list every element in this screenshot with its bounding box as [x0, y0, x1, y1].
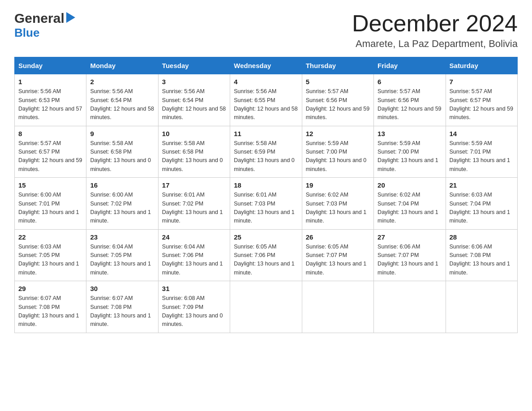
column-header-monday: Monday — [86, 57, 158, 74]
column-header-sunday: Sunday — [15, 57, 86, 74]
day-info: Sunrise: 6:06 AM Sunset: 7:08 PM Dayligh… — [450, 243, 514, 278]
day-number: 16 — [90, 181, 154, 189]
logo-blue-text: Blue — [14, 26, 75, 40]
calendar-day-cell: 26 Sunrise: 6:05 AM Sunset: 7:07 PM Dayl… — [302, 229, 373, 281]
calendar-day-cell: 21 Sunrise: 6:03 AM Sunset: 7:04 PM Dayl… — [446, 178, 517, 230]
day-number: 20 — [378, 181, 442, 189]
day-number: 8 — [18, 130, 82, 137]
calendar-day-cell: 22 Sunrise: 6:03 AM Sunset: 7:05 PM Dayl… — [15, 229, 86, 281]
day-number: 6 — [378, 78, 442, 86]
page-subtitle: Amarete, La Paz Department, Bolivia — [352, 38, 518, 50]
day-number: 19 — [306, 181, 370, 189]
day-number: 30 — [90, 285, 154, 292]
page-header: General Blue December 2024 Amarete, La P… — [14, 11, 518, 50]
calendar-day-cell — [302, 281, 373, 333]
day-number: 3 — [162, 78, 226, 86]
day-info: Sunrise: 5:56 AM Sunset: 6:55 PM Dayligh… — [234, 87, 298, 122]
day-info: Sunrise: 6:03 AM Sunset: 7:05 PM Dayligh… — [18, 243, 82, 278]
day-info: Sunrise: 5:57 AM Sunset: 6:56 PM Dayligh… — [378, 87, 442, 122]
calendar-header-row: SundayMondayTuesdayWednesdayThursdayFrid… — [15, 57, 518, 74]
day-number: 10 — [162, 130, 226, 137]
day-number: 24 — [162, 233, 226, 241]
calendar-day-cell: 7 Sunrise: 5:57 AM Sunset: 6:57 PM Dayli… — [446, 74, 517, 126]
svg-marker-0 — [66, 12, 75, 23]
calendar-day-cell: 27 Sunrise: 6:06 AM Sunset: 7:07 PM Dayl… — [374, 229, 446, 281]
day-info: Sunrise: 6:00 AM Sunset: 7:02 PM Dayligh… — [90, 191, 154, 226]
day-number: 9 — [90, 130, 154, 137]
day-number: 21 — [450, 181, 514, 189]
calendar-day-cell: 5 Sunrise: 5:57 AM Sunset: 6:56 PM Dayli… — [302, 74, 373, 126]
calendar-day-cell: 4 Sunrise: 5:56 AM Sunset: 6:55 PM Dayli… — [230, 74, 302, 126]
day-info: Sunrise: 5:57 AM Sunset: 6:57 PM Dayligh… — [18, 139, 82, 174]
day-info: Sunrise: 6:07 AM Sunset: 7:08 PM Dayligh… — [18, 294, 82, 329]
day-info: Sunrise: 6:02 AM Sunset: 7:03 PM Dayligh… — [306, 191, 370, 226]
column-header-tuesday: Tuesday — [158, 57, 230, 74]
day-info: Sunrise: 6:05 AM Sunset: 7:07 PM Dayligh… — [306, 243, 370, 278]
day-info: Sunrise: 6:04 AM Sunset: 7:06 PM Dayligh… — [162, 243, 226, 278]
logo-arrow-icon — [66, 11, 75, 26]
day-info: Sunrise: 5:58 AM Sunset: 6:58 PM Dayligh… — [90, 139, 154, 174]
day-info: Sunrise: 5:56 AM Sunset: 6:53 PM Dayligh… — [18, 87, 82, 122]
calendar-week-row: 15 Sunrise: 6:00 AM Sunset: 7:01 PM Dayl… — [15, 178, 518, 230]
day-number: 12 — [306, 130, 370, 137]
calendar-day-cell: 24 Sunrise: 6:04 AM Sunset: 7:06 PM Dayl… — [158, 229, 230, 281]
day-number: 17 — [162, 181, 226, 189]
day-info: Sunrise: 5:59 AM Sunset: 7:01 PM Dayligh… — [450, 139, 514, 174]
calendar-day-cell: 29 Sunrise: 6:07 AM Sunset: 7:08 PM Dayl… — [15, 281, 86, 333]
day-info: Sunrise: 6:01 AM Sunset: 7:03 PM Dayligh… — [234, 191, 298, 226]
day-number: 26 — [306, 233, 370, 241]
calendar-day-cell: 10 Sunrise: 5:58 AM Sunset: 6:58 PM Dayl… — [158, 126, 230, 178]
day-info: Sunrise: 5:58 AM Sunset: 6:59 PM Dayligh… — [234, 139, 298, 174]
title-block: December 2024 Amarete, La Paz Department… — [352, 11, 518, 50]
day-number: 14 — [450, 130, 514, 137]
day-number: 4 — [234, 78, 298, 86]
column-header-saturday: Saturday — [446, 57, 517, 74]
calendar-day-cell: 2 Sunrise: 5:56 AM Sunset: 6:54 PM Dayli… — [86, 74, 158, 126]
calendar-week-row: 8 Sunrise: 5:57 AM Sunset: 6:57 PM Dayli… — [15, 126, 518, 178]
calendar-day-cell: 1 Sunrise: 5:56 AM Sunset: 6:53 PM Dayli… — [15, 74, 86, 126]
day-info: Sunrise: 6:03 AM Sunset: 7:04 PM Dayligh… — [450, 191, 514, 226]
logo-line1: General — [14, 11, 75, 26]
day-number: 22 — [18, 233, 82, 241]
calendar-day-cell: 18 Sunrise: 6:01 AM Sunset: 7:03 PM Dayl… — [230, 178, 302, 230]
column-header-thursday: Thursday — [302, 57, 373, 74]
day-info: Sunrise: 6:01 AM Sunset: 7:02 PM Dayligh… — [162, 191, 226, 226]
calendar-day-cell: 28 Sunrise: 6:06 AM Sunset: 7:08 PM Dayl… — [446, 229, 517, 281]
calendar-week-row: 1 Sunrise: 5:56 AM Sunset: 6:53 PM Dayli… — [15, 74, 518, 126]
calendar-day-cell — [446, 281, 517, 333]
day-number: 13 — [378, 130, 442, 137]
logo-general-text: General — [14, 11, 64, 26]
calendar-day-cell: 12 Sunrise: 5:59 AM Sunset: 7:00 PM Dayl… — [302, 126, 373, 178]
day-info: Sunrise: 6:05 AM Sunset: 7:06 PM Dayligh… — [234, 243, 298, 278]
calendar-day-cell: 16 Sunrise: 6:00 AM Sunset: 7:02 PM Dayl… — [86, 178, 158, 230]
column-header-friday: Friday — [374, 57, 446, 74]
day-info: Sunrise: 6:08 AM Sunset: 7:09 PM Dayligh… — [162, 294, 226, 329]
day-number: 1 — [18, 78, 82, 86]
calendar-day-cell: 30 Sunrise: 6:07 AM Sunset: 7:08 PM Dayl… — [86, 281, 158, 333]
calendar-day-cell: 25 Sunrise: 6:05 AM Sunset: 7:06 PM Dayl… — [230, 229, 302, 281]
calendar-day-cell: 9 Sunrise: 5:58 AM Sunset: 6:58 PM Dayli… — [86, 126, 158, 178]
calendar-week-row: 29 Sunrise: 6:07 AM Sunset: 7:08 PM Dayl… — [15, 281, 518, 333]
day-number: 15 — [18, 181, 82, 189]
day-number: 18 — [234, 181, 298, 189]
column-header-wednesday: Wednesday — [230, 57, 302, 74]
day-info: Sunrise: 5:57 AM Sunset: 6:57 PM Dayligh… — [450, 87, 514, 122]
day-info: Sunrise: 6:04 AM Sunset: 7:05 PM Dayligh… — [90, 243, 154, 278]
day-number: 2 — [90, 78, 154, 86]
day-info: Sunrise: 5:59 AM Sunset: 7:00 PM Dayligh… — [378, 139, 442, 174]
page-title: December 2024 — [352, 11, 518, 36]
day-number: 31 — [162, 285, 226, 292]
day-number: 27 — [378, 233, 442, 241]
day-info: Sunrise: 5:59 AM Sunset: 7:00 PM Dayligh… — [306, 139, 370, 174]
day-number: 25 — [234, 233, 298, 241]
day-number: 28 — [450, 233, 514, 241]
day-info: Sunrise: 6:00 AM Sunset: 7:01 PM Dayligh… — [18, 191, 82, 226]
calendar-day-cell — [374, 281, 446, 333]
day-number: 5 — [306, 78, 370, 86]
day-info: Sunrise: 6:06 AM Sunset: 7:07 PM Dayligh… — [378, 243, 442, 278]
day-number: 7 — [450, 78, 514, 86]
calendar-week-row: 22 Sunrise: 6:03 AM Sunset: 7:05 PM Dayl… — [15, 229, 518, 281]
calendar-day-cell: 15 Sunrise: 6:00 AM Sunset: 7:01 PM Dayl… — [15, 178, 86, 230]
calendar-day-cell: 20 Sunrise: 6:02 AM Sunset: 7:04 PM Dayl… — [374, 178, 446, 230]
day-number: 11 — [234, 130, 298, 137]
